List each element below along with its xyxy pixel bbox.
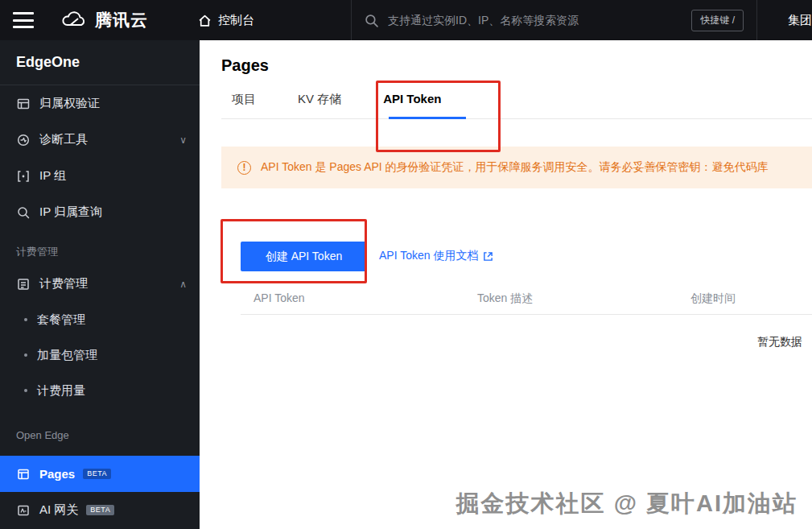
ip-group-icon	[16, 169, 30, 183]
page-title: Pages	[221, 56, 269, 75]
tencent-cloud-logo[interactable]: 腾讯云	[60, 9, 148, 31]
product-title: EdgeOne	[0, 40, 200, 85]
sidebar-section-billing: 计费管理	[0, 230, 200, 266]
sidebar: EdgeOne 归属权验证 诊断工具 ∨ IP 组 IP 归属查询	[0, 40, 200, 529]
topbar-divider	[756, 0, 757, 40]
doc-link-label: API Token 使用文档	[379, 249, 478, 263]
api-token-doc-link[interactable]: API Token 使用文档	[379, 249, 493, 263]
group-nav[interactable]: 集团	[788, 13, 812, 28]
table-header-api-token: API Token	[253, 291, 305, 304]
sidebar-item-billing[interactable]: 计费管理 ∧	[0, 266, 200, 302]
sidebar-section-open-edge: Open Edge	[0, 408, 200, 448]
sidebar-item-ip-lookup[interactable]: IP 归属查询	[0, 194, 200, 230]
search-icon	[365, 14, 378, 27]
beta-badge: BETA	[83, 469, 111, 479]
sidebar-item-ai-gateway[interactable]: AI 网关 BETA	[0, 492, 200, 528]
pages-icon	[16, 467, 30, 481]
chevron-up-icon: ∧	[179, 279, 187, 290]
sidebar-item-pages[interactable]: Pages BETA	[0, 456, 200, 492]
global-search[interactable]	[365, 14, 621, 27]
warning-banner: ! API Token 是 Pages API 的身份验证凭证，用于保障服务调用…	[221, 147, 812, 188]
sidebar-item-label: 计费管理	[39, 276, 88, 291]
chevron-down-icon: ∨	[179, 134, 187, 146]
sidebar-subitem-addon-package-management[interactable]: 加量包管理	[0, 337, 200, 373]
sidebar-subitem-label: 计费用量	[37, 383, 85, 399]
tab-api-token[interactable]: API Token	[383, 92, 441, 120]
sidebar-subitem-package-management[interactable]: 套餐管理	[0, 302, 200, 337]
hamburger-menu-icon[interactable]	[13, 12, 34, 28]
sidebar-item-ownership-verification[interactable]: 归属权验证	[0, 85, 200, 122]
table-header-token-description: Token 描述	[477, 291, 533, 306]
sidebar-item-label: 诊断工具	[39, 132, 88, 147]
shortcut-key-button[interactable]: 快捷键 /	[691, 10, 744, 31]
sidebar-subitem-billing-usage[interactable]: 计费用量	[0, 373, 200, 408]
table-header-divider	[241, 314, 812, 315]
home-icon	[198, 14, 212, 27]
sidebar-item-label: IP 归属查询	[39, 205, 102, 220]
console-nav[interactable]: 控制台	[198, 13, 254, 28]
console-label: 控制台	[218, 13, 254, 28]
watermark: 掘金技术社区 @ 夏叶AI加油站	[456, 488, 798, 520]
sidebar-subitem-label: 加量包管理	[37, 348, 97, 363]
tab-projects[interactable]: 项目	[232, 92, 256, 120]
sidebar-subitem-label: 套餐管理	[37, 312, 85, 328]
diagnostic-icon	[16, 133, 30, 147]
brand-name: 腾讯云	[95, 9, 148, 31]
empty-state-text: 暂无数据	[757, 335, 802, 349]
top-bar: 腾讯云 控制台 快捷键 / 集团	[0, 0, 812, 40]
ai-gateway-icon	[16, 503, 30, 517]
search-input[interactable]	[388, 14, 621, 27]
create-api-token-button[interactable]: 创建 API Token	[241, 242, 367, 271]
sidebar-item-label: AI 网关	[39, 502, 78, 518]
beta-badge: BETA	[86, 505, 114, 515]
external-link-icon	[483, 251, 493, 262]
screen: 腾讯云 控制台 快捷键 / 集团 EdgeOne 归属权验证	[0, 0, 812, 529]
sidebar-item-diagnostic-tools[interactable]: 诊断工具 ∨	[0, 122, 200, 158]
tab-bar: 项目 KV 存储 API Token	[232, 92, 441, 120]
tab-bar-divider	[221, 118, 812, 119]
search-icon	[16, 205, 30, 219]
bullet-dot	[24, 318, 27, 321]
tab-kv-storage[interactable]: KV 存储	[298, 92, 341, 120]
sidebar-item-ip-group[interactable]: IP 组	[0, 158, 200, 194]
billing-icon	[16, 277, 30, 291]
table-header-created-time: 创建时间	[690, 291, 736, 306]
topbar-divider	[351, 0, 352, 40]
sidebar-item-label: IP 组	[39, 168, 66, 184]
cloud-icon	[60, 10, 89, 30]
sidebar-item-label: Pages	[39, 467, 75, 481]
card-grid-icon	[16, 97, 30, 110]
sidebar-item-label: 归属权验证	[39, 96, 100, 111]
main-content: Pages 项目 KV 存储 API Token ! API Token 是 P…	[200, 40, 812, 529]
bullet-dot	[24, 389, 27, 392]
bullet-dot	[24, 353, 27, 357]
active-tab-underline	[389, 117, 466, 119]
warning-banner-text: API Token 是 Pages API 的身份验证凭证，用于保障服务调用安全…	[261, 160, 769, 175]
warning-icon: !	[237, 161, 251, 175]
